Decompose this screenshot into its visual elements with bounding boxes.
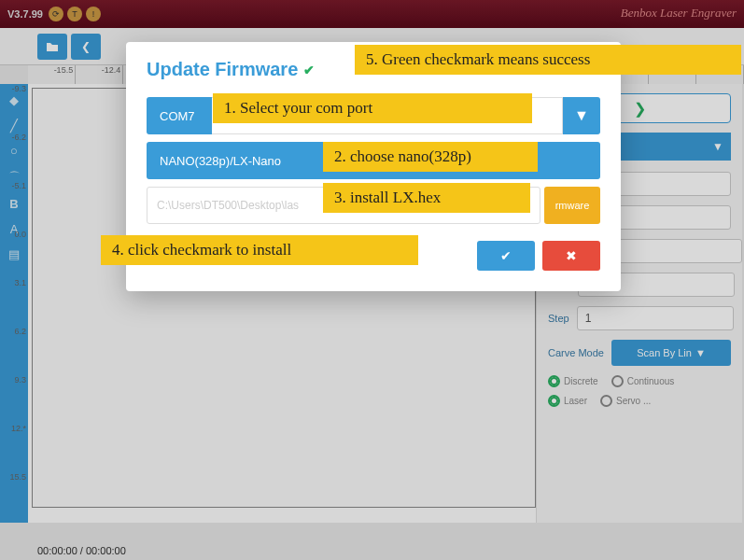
annotation-5: 5. Green checkmark means success bbox=[355, 45, 741, 75]
browse-firmware-button[interactable]: rmware bbox=[544, 187, 600, 224]
annotation-3: 3. install LX.hex bbox=[323, 183, 530, 213]
cancel-button[interactable]: ✖ bbox=[542, 241, 600, 271]
success-check-icon: ✔ bbox=[303, 63, 315, 77]
annotation-1: 1. Select your com port bbox=[213, 93, 532, 123]
annotation-4: 4. click checkmark to install bbox=[101, 235, 418, 265]
chevron-down-icon: ▼ bbox=[563, 97, 600, 134]
annotation-2: 2. choose nano(328p) bbox=[323, 142, 538, 172]
confirm-button[interactable]: ✔ bbox=[477, 241, 535, 271]
